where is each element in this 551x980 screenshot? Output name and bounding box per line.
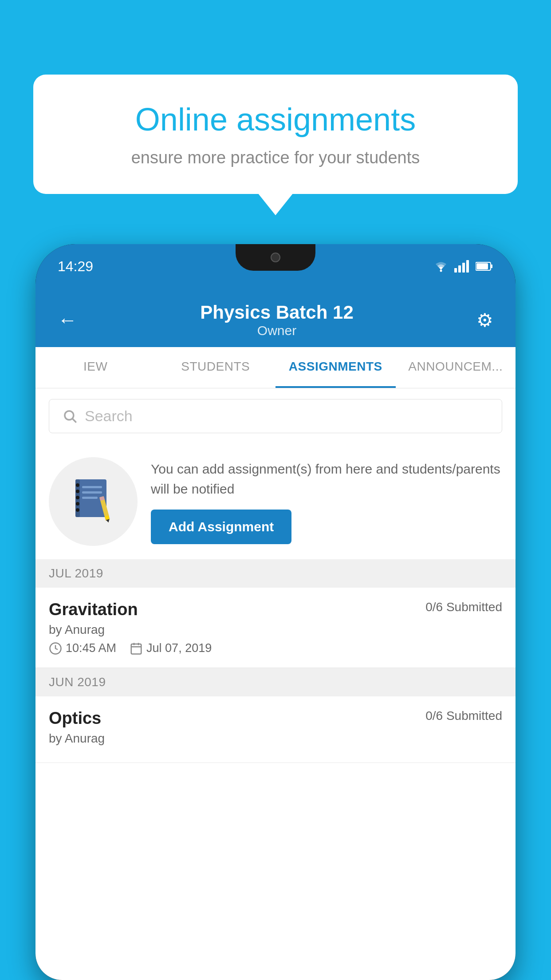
phone-content: ← Physics Batch 12 Owner ⚙ IEW STUDENTS …: [35, 288, 516, 980]
tab-bar: IEW STUDENTS ASSIGNMENTS ANNOUNCEM...: [35, 347, 516, 388]
speech-bubble-subtitle: ensure more practice for your students: [69, 148, 482, 167]
signal-icon: [454, 260, 470, 273]
settings-icon[interactable]: ⚙: [476, 309, 493, 331]
svg-point-17: [76, 496, 79, 499]
status-icons: [433, 260, 493, 273]
svg-rect-11: [82, 486, 102, 488]
svg-rect-4: [466, 260, 469, 273]
promo-description: You can add assignment(s) from here and …: [151, 459, 502, 499]
speech-bubble-container: Online assignments ensure more practice …: [33, 75, 518, 215]
phone-frame: 14:29: [35, 244, 516, 980]
promo-text-area: You can add assignment(s) from here and …: [151, 459, 502, 544]
notebook-icon: [71, 477, 115, 526]
svg-rect-1: [454, 268, 457, 273]
speech-bubble-title: Online assignments: [69, 101, 482, 138]
speech-bubble-pointer: [258, 193, 293, 215]
assignment-item-optics[interactable]: Optics 0/6 Submitted by Anurag: [35, 696, 516, 763]
header-subtitle: Owner: [200, 323, 354, 338]
svg-point-15: [76, 483, 79, 487]
header-title-area: Physics Batch 12 Owner: [200, 302, 354, 338]
svg-rect-3: [462, 263, 465, 273]
assignment-top-row: Gravitation 0/6 Submitted: [49, 600, 502, 619]
svg-rect-2: [458, 265, 461, 273]
back-button[interactable]: ←: [58, 309, 77, 331]
camera: [271, 253, 280, 262]
add-assignment-button[interactable]: Add Assignment: [151, 510, 291, 544]
assignment-top-row-optics: Optics 0/6 Submitted: [49, 709, 502, 728]
svg-point-18: [76, 502, 79, 506]
search-icon: [63, 409, 78, 424]
search-input-placeholder: Search: [85, 407, 133, 425]
tab-assignments[interactable]: ASSIGNMENTS: [276, 347, 396, 388]
tab-iew[interactable]: IEW: [35, 347, 156, 388]
svg-point-19: [76, 508, 79, 512]
svg-rect-13: [82, 497, 98, 499]
svg-point-0: [440, 270, 442, 272]
wifi-icon: [433, 260, 449, 273]
battery-icon: [476, 261, 493, 271]
meta-date: Jul 07, 2019: [130, 641, 212, 655]
assignment-time: 10:45 AM: [66, 641, 116, 655]
search-container: Search: [35, 388, 516, 444]
svg-point-16: [76, 490, 79, 493]
assignment-item-gravitation[interactable]: Gravitation 0/6 Submitted by Anurag 10:4…: [35, 588, 516, 668]
assignment-title-optics: Optics: [49, 709, 101, 728]
status-time: 14:29: [58, 258, 93, 275]
content-area: Search: [35, 388, 516, 980]
svg-line-9: [73, 419, 76, 422]
assignment-author: by Anurag: [49, 623, 502, 637]
clock-icon: [49, 642, 62, 655]
assignment-meta: 10:45 AM Jul 07, 2019: [49, 641, 502, 655]
header-title: Physics Batch 12: [200, 302, 354, 323]
speech-bubble: Online assignments ensure more practice …: [33, 75, 518, 194]
assignment-title: Gravitation: [49, 600, 138, 619]
assignment-status-optics: 0/6 Submitted: [425, 709, 502, 723]
search-bar[interactable]: Search: [49, 399, 502, 433]
meta-time: 10:45 AM: [49, 641, 116, 655]
svg-rect-6: [491, 265, 492, 268]
status-bar: 14:29: [35, 244, 516, 288]
assignment-author-optics: by Anurag: [49, 731, 502, 746]
svg-rect-25: [131, 644, 142, 654]
svg-rect-7: [476, 263, 488, 269]
promo-section: You can add assignment(s) from here and …: [35, 444, 516, 559]
svg-rect-12: [82, 491, 102, 494]
section-jun-2019: JUN 2019: [35, 668, 516, 696]
promo-icon-circle: [49, 457, 138, 546]
tab-students[interactable]: STUDENTS: [156, 347, 276, 388]
section-jul-2019: JUL 2019: [35, 559, 516, 588]
assignment-status: 0/6 Submitted: [425, 600, 502, 614]
app-header: ← Physics Batch 12 Owner ⚙: [35, 288, 516, 347]
tab-announcements[interactable]: ANNOUNCEM...: [396, 347, 516, 388]
notch: [236, 244, 315, 271]
assignment-date: Jul 07, 2019: [146, 641, 212, 655]
calendar-icon: [130, 642, 143, 655]
